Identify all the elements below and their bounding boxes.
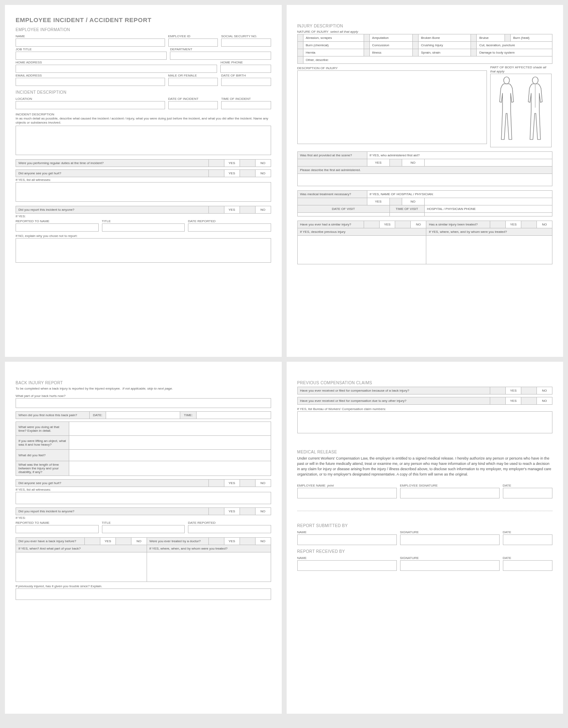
no-report: NO xyxy=(255,206,271,214)
input-emp-name[interactable] xyxy=(297,488,397,498)
nature-amputation: Amputation xyxy=(369,34,412,42)
form-title: EMPLOYEE INCIDENT / ACCIDENT REPORT xyxy=(16,16,271,23)
input-emp-sig-date[interactable] xyxy=(503,488,553,498)
input-dov[interactable] xyxy=(297,213,389,216)
input-lift[interactable] xyxy=(69,436,271,450)
input-len[interactable] xyxy=(69,461,271,476)
med-release-text: Under current Workers' Compensation Law,… xyxy=(297,456,553,477)
label-job: JOB TITLE xyxy=(16,47,167,52)
yes-report-back: YES xyxy=(224,508,240,515)
label-rec-sig: SIGNATURE xyxy=(400,555,500,560)
note-nature: select all that apply xyxy=(330,30,358,34)
input-sim-where[interactable] xyxy=(426,236,552,264)
no-comp-other: NO xyxy=(537,397,552,405)
input-back-part[interactable] xyxy=(16,398,271,408)
label-name: NAME xyxy=(16,34,165,38)
input-sub-date[interactable] xyxy=(503,534,553,545)
input-notice-time[interactable] xyxy=(197,412,271,419)
label-inc-desc: INCIDENT DESCRIPTION xyxy=(16,112,271,117)
yes-seen-back: YES xyxy=(224,480,240,487)
input-dept[interactable] xyxy=(170,52,271,60)
q-report: Did you report this incident to anyone? xyxy=(16,206,209,214)
label-rep-name-back: REPORTED TO NAME xyxy=(16,520,99,525)
input-rep-date-back[interactable] xyxy=(188,525,271,533)
q-feel: What did you feel? xyxy=(16,450,69,461)
input-toi[interactable] xyxy=(221,101,271,109)
label-witness-back: If YES, list all witnesses: xyxy=(16,487,271,492)
input-dob[interactable] xyxy=(221,78,271,86)
q-prev-dr: Were you ever treated by a doctor? xyxy=(147,538,208,545)
q-doing: What were you doing at that time? Explai… xyxy=(16,422,69,436)
input-rec-date[interactable] xyxy=(503,560,553,571)
section-injury-desc: INJURY DESCRIPTION xyxy=(297,24,553,28)
input-rep-name[interactable] xyxy=(16,223,99,232)
nature-broken-bone: Broken Bone xyxy=(418,34,471,42)
input-mf[interactable] xyxy=(168,78,218,86)
nature-bruise: Bruise xyxy=(477,34,505,42)
input-fa-who[interactable] xyxy=(424,159,552,167)
input-tov[interactable] xyxy=(389,213,424,216)
back-sub: To be completed when a back injury is re… xyxy=(16,387,121,390)
page-1: EMPLOYEE INCIDENT / ACCIDENT REPORT EMPL… xyxy=(5,5,282,357)
label-emp-sig-date: DATE xyxy=(503,483,553,488)
yes-prev-back: YES xyxy=(100,538,115,545)
input-rep-title[interactable] xyxy=(102,223,185,232)
input-prev-where[interactable] xyxy=(147,552,271,582)
input-rec-name[interactable] xyxy=(297,560,397,571)
input-ssn[interactable] xyxy=(221,38,271,47)
input-fa-desc[interactable] xyxy=(297,174,552,186)
label-if-no: If NO, explain why you chose not to repo… xyxy=(16,233,271,238)
label-if-yes-back: If YES: xyxy=(16,515,271,520)
input-sub-name[interactable] xyxy=(297,534,397,545)
input-job[interactable] xyxy=(16,52,167,60)
input-name[interactable] xyxy=(16,38,165,47)
label-fa-who: If YES, who administered first aid? xyxy=(367,152,552,159)
label-sim-prev: If YES, describe previous injury xyxy=(297,228,426,236)
input-emp-sig[interactable] xyxy=(400,488,500,498)
input-feel[interactable] xyxy=(69,450,271,461)
nature-burn-heat: Burn (heat) xyxy=(511,34,552,42)
label-prev-when: If YES, when? And what part of your back… xyxy=(16,545,147,552)
input-loc[interactable] xyxy=(16,101,165,109)
input-sub-sig[interactable] xyxy=(400,534,500,545)
q-seen-back: Did anyone see you get hurt? xyxy=(16,480,209,487)
input-witness[interactable] xyxy=(16,182,271,202)
yes-seen: YES xyxy=(224,170,240,177)
input-witness-back[interactable] xyxy=(16,492,271,504)
yes-prev-dr: YES xyxy=(224,538,240,545)
input-inc-desc[interactable] xyxy=(16,126,271,155)
input-doing[interactable] xyxy=(69,422,271,436)
input-sim-prev[interactable] xyxy=(297,236,426,264)
input-empid[interactable] xyxy=(168,38,218,47)
input-if-no[interactable] xyxy=(16,238,271,263)
divider xyxy=(297,511,553,511)
nature-burn-chem: Burn (chemical) xyxy=(303,42,364,49)
section-incident-desc: INCIDENT DESCRIPTION xyxy=(16,90,271,95)
label-home-addr: HOME ADDRESS xyxy=(16,60,217,65)
label-med-name: If YES, NAME OF HOSPITAL / PHYSICIAN: xyxy=(367,191,552,198)
input-email[interactable] xyxy=(16,78,165,86)
input-prev-when[interactable] xyxy=(16,552,147,582)
q-lift: If you were lifting an object, what was … xyxy=(16,436,69,450)
input-bureau[interactable] xyxy=(297,411,553,433)
input-home-addr[interactable] xyxy=(16,65,217,73)
input-rep-date[interactable] xyxy=(188,223,271,232)
input-home-phone[interactable] xyxy=(220,65,271,73)
label-rec-name: NAME xyxy=(297,555,397,560)
input-notice-date[interactable] xyxy=(106,412,180,419)
input-prev-trouble[interactable] xyxy=(16,588,271,600)
input-rep-name-back[interactable] xyxy=(16,525,99,533)
q-prev-back: Did you ever have a back injury before? xyxy=(16,538,85,545)
input-desc-inj[interactable] xyxy=(297,70,487,144)
input-med-name[interactable] xyxy=(424,198,552,205)
label-rec-date: DATE xyxy=(503,555,553,560)
input-hp-phone[interactable] xyxy=(424,213,552,216)
label-rep-date-back: DATE REPORTED xyxy=(188,520,271,525)
nature-cut: Cut, laceration, puncture xyxy=(477,42,552,49)
body-diagram[interactable] xyxy=(490,74,552,147)
label-rep-title: TITLE xyxy=(102,219,185,223)
input-doi[interactable] xyxy=(168,101,218,109)
input-rec-sig[interactable] xyxy=(400,560,500,571)
input-rep-title-back[interactable] xyxy=(102,525,185,533)
label-body-aff: PART OF BODY AFFECTED xyxy=(490,65,532,69)
